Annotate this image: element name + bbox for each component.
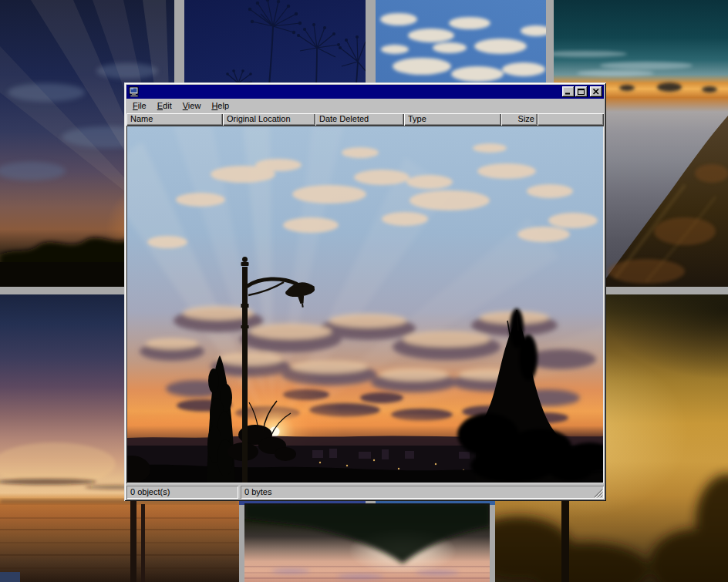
menu-view[interactable]: View [177, 99, 207, 113]
maximize-icon [578, 89, 585, 95]
status-bar: 0 object(s) 0 bytes [126, 483, 604, 499]
status-object-count: 0 object(s) [126, 486, 238, 499]
minimize-button[interactable] [562, 86, 575, 97]
resize-grip[interactable] [593, 488, 603, 498]
status-size: 0 bytes [241, 486, 604, 499]
column-header-date-deleted[interactable]: Date Deleted [315, 113, 404, 126]
column-header-original-location[interactable]: Original Location [223, 113, 315, 126]
close-button[interactable] [590, 86, 602, 97]
column-header-filler [538, 113, 604, 126]
computer-icon [129, 86, 140, 97]
column-header-type[interactable]: Type [404, 113, 501, 126]
maximize-button[interactable] [575, 86, 588, 97]
column-header-size[interactable]: Size [501, 113, 538, 126]
explorer-window: File Edit View Help Name Original Locati… [124, 82, 606, 501]
minimize-icon [565, 89, 572, 95]
column-header-name[interactable]: Name [126, 113, 223, 126]
menu-bar: File Edit View Help [126, 99, 604, 113]
column-headers: Name Original Location Date Deleted Type… [126, 113, 604, 126]
menu-file[interactable]: File [127, 99, 152, 113]
window-titlebar[interactable] [126, 85, 604, 99]
file-list-area[interactable] [126, 126, 604, 483]
menu-edit[interactable]: Edit [152, 99, 177, 113]
status-size-text: 0 bytes [244, 487, 271, 496]
desktop: File Edit View Help Name Original Locati… [0, 0, 728, 582]
sunset-photo [127, 126, 603, 483]
menu-help[interactable]: Help [206, 99, 234, 113]
close-icon [592, 89, 600, 95]
wallpaper-photo-water-reflection [244, 503, 490, 582]
